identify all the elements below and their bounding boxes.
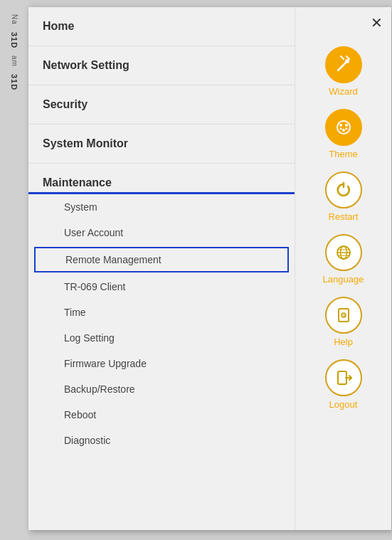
- menu-panel: Home Network Setting Security System Mon…: [28, 7, 391, 530]
- close-button[interactable]: ✕: [371, 14, 383, 31]
- svg-line-4: [341, 65, 344, 68]
- restart-icon-circle: [325, 171, 362, 208]
- edge-value-2: 31D: [10, 74, 18, 90]
- svg-line-2: [341, 56, 344, 59]
- svg-point-5: [337, 121, 350, 134]
- nav-item-maintenance[interactable]: Maintenance: [28, 164, 295, 194]
- help-icon-circle: ?: [325, 297, 362, 334]
- wizard-icon-item[interactable]: Wizard: [325, 42, 362, 101]
- restart-icon: [334, 180, 354, 200]
- submenu-remote-management[interactable]: Remote Management: [34, 247, 289, 272]
- submenu-firmware-upgrade[interactable]: Firmware Upgrade: [28, 351, 295, 376]
- language-icon-circle: [325, 234, 362, 271]
- logout-icon: [334, 368, 354, 388]
- theme-icon-item[interactable]: Theme: [325, 105, 362, 164]
- left-edge-panel: Na 31D am 31D: [0, 0, 28, 540]
- submenu-tr069-client[interactable]: TR-069 Client: [28, 274, 295, 300]
- wizard-icon: [334, 55, 354, 75]
- logout-icon-item[interactable]: Logout: [325, 355, 362, 414]
- nav-item-network-setting[interactable]: Network Setting: [28, 46, 295, 85]
- logout-label: Logout: [329, 399, 358, 410]
- svg-point-10: [345, 128, 347, 130]
- right-sidebar: ✕ Wizard: [295, 7, 391, 530]
- wizard-icon-circle: [325, 46, 362, 83]
- help-label: Help: [334, 337, 353, 347]
- edge-label-1: Na: [11, 14, 18, 25]
- wizard-label: Wizard: [329, 86, 357, 97]
- restart-icon-item[interactable]: Restart: [325, 167, 362, 226]
- svg-line-3: [346, 56, 349, 59]
- theme-icon-circle: [325, 109, 362, 146]
- svg-point-9: [339, 128, 341, 130]
- edge-label-2: am: [11, 55, 18, 67]
- restart-label: Restart: [329, 211, 359, 222]
- language-label: Language: [323, 274, 364, 285]
- submenu-diagnostic[interactable]: Diagnostic: [28, 428, 295, 453]
- submenu-user-account[interactable]: User Account: [28, 220, 295, 245]
- svg-text:?: ?: [341, 313, 345, 319]
- submenu-system[interactable]: System: [28, 194, 295, 220]
- left-nav: Home Network Setting Security System Mon…: [28, 7, 295, 530]
- nav-item-system-monitor[interactable]: System Monitor: [28, 125, 295, 164]
- submenu-backup-restore[interactable]: Backup/Restore: [28, 376, 295, 402]
- nav-item-home[interactable]: Home: [28, 7, 295, 46]
- submenu-reboot[interactable]: Reboot: [28, 402, 295, 428]
- help-icon: ?: [334, 305, 354, 325]
- theme-label: Theme: [329, 149, 357, 159]
- svg-point-8: [342, 129, 345, 132]
- language-icon: [334, 243, 354, 263]
- theme-icon: [334, 117, 354, 137]
- help-icon-item[interactable]: ? Help: [325, 292, 362, 351]
- svg-point-1: [345, 59, 349, 63]
- logout-icon-circle: [325, 359, 362, 396]
- svg-point-7: [345, 124, 348, 127]
- language-icon-item[interactable]: Language: [323, 230, 364, 289]
- submenu-log-setting[interactable]: Log Setting: [28, 325, 295, 351]
- edge-value-1: 31D: [10, 32, 18, 48]
- svg-point-6: [339, 124, 342, 127]
- submenu-time[interactable]: Time: [28, 300, 295, 325]
- submenu: System User Account Remote Management TR…: [28, 194, 295, 530]
- nav-item-security[interactable]: Security: [28, 85, 295, 125]
